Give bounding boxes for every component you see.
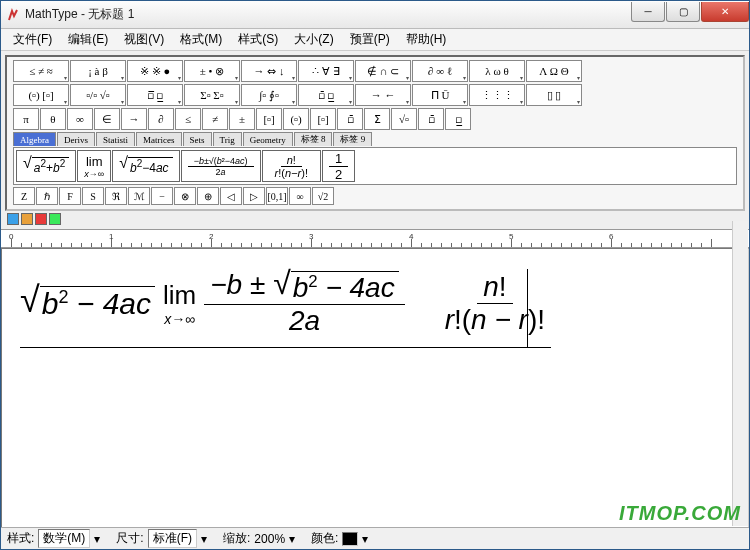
symbol-row-1: ≤ ≠ ≈▾¡ à β▾※ ※ ●▾± • ⊗▾→ ⇔ ↓▾∴ ∀ ∃▾∉ ∩ … xyxy=(13,60,737,82)
toolbar-button[interactable]: Σ̄ xyxy=(364,108,390,130)
small-toolbar-button[interactable]: ⊕ xyxy=(197,187,219,205)
fraction-1[interactable]: −b ± √b2 − 4ac 2a xyxy=(204,269,404,337)
template-button[interactable]: √b2−4ac xyxy=(112,150,179,182)
category-tab[interactable]: 标签 8 xyxy=(294,132,333,146)
menu-help[interactable]: 帮助(H) xyxy=(398,29,455,50)
toolbar-button[interactable]: Π̄ Ū▾ xyxy=(412,84,468,106)
toolbar-button[interactable]: Σ▫ Σ▫▾ xyxy=(184,84,240,106)
menubar: 文件(F) 编辑(E) 视图(V) 格式(M) 样式(S) 大小(Z) 预置(P… xyxy=(1,29,749,51)
equation[interactable]: √b2 − 4ac lim x→∞ −b ± √b2 − 4ac 2a n! r… xyxy=(20,269,551,348)
toolbar-button[interactable]: ∴ ∀ ∃▾ xyxy=(298,60,354,82)
ruler-mark: 3 xyxy=(309,232,313,241)
toolbar-button[interactable]: Λ Ω Θ▾ xyxy=(526,60,582,82)
sqrt-expr-1[interactable]: √b2 − 4ac xyxy=(20,286,155,321)
fraction-2[interactable]: n! r!(n − r)! xyxy=(439,271,551,336)
color-bar xyxy=(5,211,745,225)
toolbar-button[interactable]: ▯ ▯▾ xyxy=(526,84,582,106)
color-swatch[interactable] xyxy=(49,213,61,225)
toolbar-button[interactable]: (▫) xyxy=(283,108,309,130)
toolbar-button[interactable]: ∂ ∞ ℓ▾ xyxy=(412,60,468,82)
toolbar-button[interactable]: ± xyxy=(229,108,255,130)
category-tab[interactable]: Sets xyxy=(183,132,212,146)
category-tab[interactable]: 标签 9 xyxy=(333,132,372,146)
small-toolbar-button[interactable]: − xyxy=(151,187,173,205)
toolbar-button[interactable]: ≤ xyxy=(175,108,201,130)
toolbar-button[interactable]: ▫̄ xyxy=(337,108,363,130)
menu-file[interactable]: 文件(F) xyxy=(5,29,60,50)
menu-view[interactable]: 视图(V) xyxy=(116,29,172,50)
toolbar-button[interactable]: (▫) [▫]▾ xyxy=(13,84,69,106)
small-toolbar-button[interactable]: F xyxy=(59,187,81,205)
small-toolbar-button[interactable]: [0,1] xyxy=(266,187,288,205)
status-style[interactable]: 样式:数学(M)▾ xyxy=(7,529,100,548)
toolbar-button[interactable]: ∞ xyxy=(67,108,93,130)
category-tab[interactable]: Trig xyxy=(213,132,242,146)
window-controls: ─ ▢ ✕ xyxy=(630,2,749,22)
toolbar-button[interactable]: ▫̄ ▫̲▾ xyxy=(298,84,354,106)
toolbar-button[interactable]: ▫̅ ▫̲▾ xyxy=(127,84,183,106)
small-toolbar-button[interactable]: ▷ xyxy=(243,187,265,205)
template-button[interactable]: 12 xyxy=(322,150,355,182)
status-size[interactable]: 尺寸:标准(F)▾ xyxy=(116,529,207,548)
toolbar-button[interactable]: ∉ ∩ ⊂▾ xyxy=(355,60,411,82)
toolbar-button[interactable]: ∫▫ ∮▫▾ xyxy=(241,84,297,106)
toolbar-button[interactable]: [▫] xyxy=(256,108,282,130)
template-button[interactable]: −b±√(b²−4ac)2a xyxy=(181,150,261,182)
menu-preset[interactable]: 预置(P) xyxy=(342,29,398,50)
template-button[interactable]: n!r!(n−r)! xyxy=(262,150,321,182)
menu-format[interactable]: 格式(M) xyxy=(172,29,230,50)
small-toolbar-button[interactable]: ∞ xyxy=(289,187,311,205)
category-tab[interactable]: Statisti xyxy=(96,132,135,146)
template-button[interactable]: limx→∞ xyxy=(77,150,111,182)
maximize-button[interactable]: ▢ xyxy=(666,2,700,22)
toolbar-button[interactable]: ▫/▫ √▫▾ xyxy=(70,84,126,106)
vertical-scrollbar[interactable] xyxy=(732,221,748,526)
toolbar-button[interactable]: ▫̄ xyxy=(418,108,444,130)
toolbar-button[interactable]: [▫] xyxy=(310,108,336,130)
toolbar-button[interactable]: → ←▾ xyxy=(355,84,411,106)
toolbar-button[interactable]: ≠ xyxy=(202,108,228,130)
status-color[interactable]: 颜色:▾ xyxy=(311,530,368,547)
toolbar-button[interactable]: ¡ à β▾ xyxy=(70,60,126,82)
category-tab[interactable]: Algebra xyxy=(13,132,56,146)
limit-expr[interactable]: lim x→∞ xyxy=(163,280,196,327)
small-toolbar-button[interactable]: ℏ xyxy=(36,187,58,205)
color-swatch[interactable] xyxy=(21,213,33,225)
toolbar-button[interactable]: ± • ⊗▾ xyxy=(184,60,240,82)
toolbar-button[interactable]: ▫̲ xyxy=(445,108,471,130)
category-tab[interactable]: Geometry xyxy=(243,132,293,146)
window-title: MathType - 无标题 1 xyxy=(25,6,630,23)
small-toolbar-button[interactable]: Z xyxy=(13,187,35,205)
small-toolbar-button[interactable]: ◁ xyxy=(220,187,242,205)
toolbar-button[interactable]: ∈ xyxy=(94,108,120,130)
color-swatch[interactable] xyxy=(35,213,47,225)
template-button[interactable]: √a2+b2 xyxy=(16,150,76,182)
toolbar-button[interactable]: ⋮⋮⋮▾ xyxy=(469,84,525,106)
category-tab[interactable]: Derivs xyxy=(57,132,95,146)
minimize-button[interactable]: ─ xyxy=(631,2,665,22)
toolbar-button[interactable]: → ⇔ ↓▾ xyxy=(241,60,297,82)
toolbar-button[interactable]: → xyxy=(121,108,147,130)
menu-edit[interactable]: 编辑(E) xyxy=(60,29,116,50)
toolbar-button[interactable]: π xyxy=(13,108,39,130)
close-button[interactable]: ✕ xyxy=(701,2,749,22)
toolbar-button[interactable]: ∂ xyxy=(148,108,174,130)
toolbar-button[interactable]: ※ ※ ●▾ xyxy=(127,60,183,82)
small-toolbar-button[interactable]: ℜ xyxy=(105,187,127,205)
small-toolbar-button[interactable]: ⊗ xyxy=(174,187,196,205)
ruler[interactable]: 0123456 xyxy=(1,230,749,248)
status-zoom[interactable]: 缩放:200%▾ xyxy=(223,530,295,547)
small-toolbar-button[interactable]: ℳ xyxy=(128,187,150,205)
small-toolbar-button[interactable]: √2 xyxy=(312,187,334,205)
menu-style[interactable]: 样式(S) xyxy=(230,29,286,50)
titlebar[interactable]: MathType - 无标题 1 ─ ▢ ✕ xyxy=(1,1,749,29)
toolbar-button[interactable]: √▫ xyxy=(391,108,417,130)
color-swatch[interactable] xyxy=(7,213,19,225)
app-icon xyxy=(7,8,21,22)
small-toolbar-button[interactable]: S xyxy=(82,187,104,205)
category-tab[interactable]: Matrices xyxy=(136,132,182,146)
toolbar-button[interactable]: θ xyxy=(40,108,66,130)
toolbar-button[interactable]: ≤ ≠ ≈▾ xyxy=(13,60,69,82)
toolbar-button[interactable]: λ ω θ▾ xyxy=(469,60,525,82)
menu-size[interactable]: 大小(Z) xyxy=(286,29,341,50)
